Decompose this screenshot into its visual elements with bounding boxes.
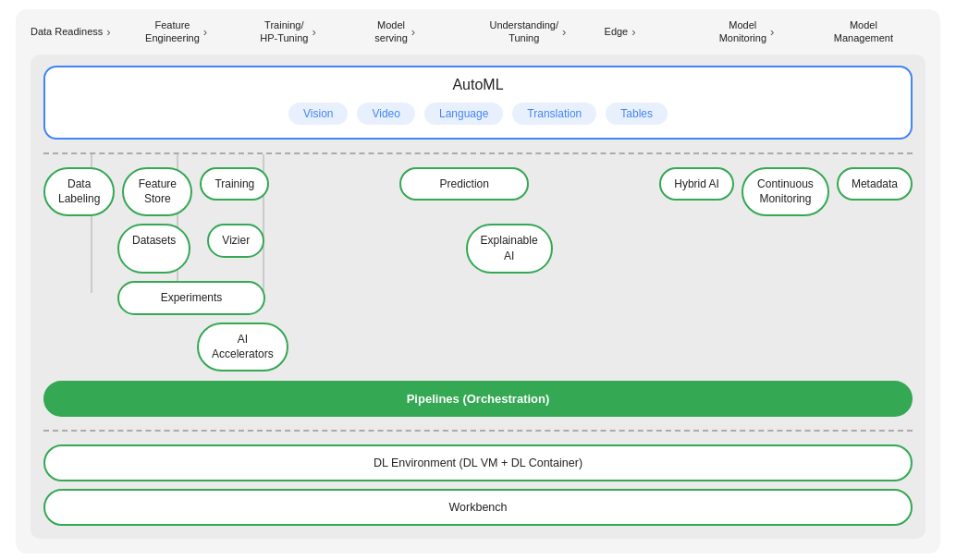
- components-section: DataLabeling FeatureStore Training Predi…: [43, 167, 913, 418]
- nav-label-monitoring: ModelMonitoring: [719, 18, 766, 45]
- nav-item-model-serving: Modelserving ›: [374, 18, 489, 45]
- pill-continuous-monitoring: ContinuousMonitoring: [742, 167, 829, 217]
- components-row-3: Experiments: [43, 281, 913, 315]
- nav-arrow-6: ›: [770, 25, 774, 39]
- nav-arrow-0: ›: [106, 25, 110, 39]
- nav-item-management: ModelManagement: [834, 18, 925, 45]
- nav-arrow-5: ›: [631, 25, 635, 39]
- top-nav: Data Readiness › FeatureEngineering › Tr…: [31, 9, 925, 51]
- chip-video: Video: [357, 103, 414, 125]
- pill-vizier: Vizier: [207, 224, 264, 258]
- pill-data-labeling: DataLabeling: [43, 167, 115, 217]
- pill-feature-store: FeatureStore: [122, 167, 192, 217]
- bottom-section: DL Environment (DL VM + DL Container) Wo…: [43, 444, 913, 526]
- pill-workbench: Workbench: [43, 489, 913, 526]
- nav-arrow-4: ›: [562, 25, 566, 39]
- components-row-2: Datasets Vizier ExplainableAI: [43, 224, 913, 274]
- components-row-4: AIAccelerators: [43, 323, 913, 372]
- nav-item-data-readiness: Data Readiness ›: [31, 25, 145, 39]
- nav-label-management: ModelManagement: [834, 18, 893, 45]
- pill-ai-accelerators: AIAccelerators: [197, 323, 288, 372]
- dashed-separator-bottom: [43, 430, 913, 432]
- nav-label-edge: Edge: [605, 25, 629, 38]
- pill-metadata: Metadata: [837, 167, 913, 201]
- dashed-separator-top: [43, 152, 913, 154]
- automl-chips: Vision Video Language Translation Tables: [60, 103, 896, 125]
- automl-title: AutoML: [60, 77, 896, 93]
- nav-label-understanding: Understanding/Tuning: [489, 18, 558, 45]
- main-area: AutoML Vision Video Language Translation…: [31, 55, 925, 540]
- pill-explainable-ai: ExplainableAI: [466, 224, 553, 274]
- nav-label-data-readiness: Data Readiness: [31, 25, 103, 38]
- nav-item-understanding: Understanding/Tuning ›: [489, 18, 604, 45]
- pill-prediction: Prediction: [399, 167, 529, 201]
- pill-datasets: Datasets: [117, 224, 190, 274]
- chip-tables: Tables: [606, 103, 668, 125]
- nav-item-feature-engineering: FeatureEngineering ›: [145, 18, 260, 45]
- nav-label-feature-engineering: FeatureEngineering: [145, 18, 200, 45]
- pipelines-row: Pipelines (Orchestration): [43, 381, 913, 417]
- pill-dl-environment: DL Environment (DL VM + DL Container): [43, 444, 913, 481]
- diagram-container: Data Readiness › FeatureEngineering › Tr…: [16, 9, 940, 554]
- chip-translation: Translation: [512, 103, 596, 125]
- nav-item-edge: Edge ›: [605, 25, 719, 39]
- pill-training: Training: [200, 167, 269, 201]
- nav-label-model-serving: Modelserving: [374, 18, 407, 45]
- components-content: DataLabeling FeatureStore Training Predi…: [43, 167, 913, 418]
- nav-arrow-2: ›: [312, 25, 315, 39]
- nav-label-training: Training/HP-Tuning: [260, 18, 308, 45]
- nav-arrow-3: ›: [411, 25, 415, 39]
- automl-box: AutoML Vision Video Language Translation…: [43, 66, 913, 140]
- pill-pipelines: Pipelines (Orchestration): [43, 381, 913, 417]
- chip-language: Language: [424, 103, 503, 125]
- chip-vision: Vision: [288, 103, 348, 125]
- nav-item-training: Training/HP-Tuning ›: [260, 18, 374, 45]
- nav-arrow-1: ›: [203, 25, 207, 39]
- pill-experiments: Experiments: [117, 281, 265, 315]
- components-row-1: DataLabeling FeatureStore Training Predi…: [43, 167, 913, 217]
- nav-item-monitoring: ModelMonitoring ›: [719, 18, 834, 45]
- pill-hybrid-ai: Hybrid AI: [659, 167, 734, 201]
